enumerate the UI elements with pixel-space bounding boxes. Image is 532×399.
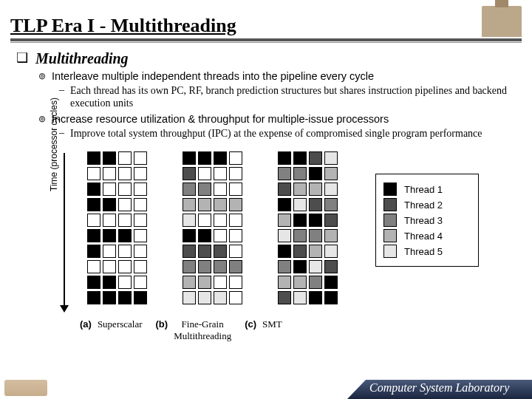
issue-slot [309,260,322,273]
issue-slot [324,151,338,165]
issue-slot [214,198,227,211]
legend-label: Thread 4 [404,231,443,242]
issue-slot [134,151,147,165]
caption-marker: (a) [80,318,92,330]
issue-slot [229,198,242,211]
issue-slot [309,276,322,289]
figure-captions: (a) Superscalar (b) Fine-Grain Multithre… [80,318,296,342]
issue-slot [198,229,211,242]
issue-slot [103,198,116,211]
issue-slot [87,291,100,304]
issue-slot [87,245,100,258]
caption-text: Superscalar [98,318,143,330]
issue-slot [309,245,322,258]
issue-slot [87,183,100,196]
issue-slot [324,276,338,289]
issue-slot [229,229,242,242]
issue-slot [309,167,322,180]
issue-slot [229,260,242,273]
issue-slot [229,276,242,289]
issue-slot [214,291,227,304]
issue-slot [198,183,211,196]
issue-slot [229,245,242,258]
issue-slot [278,260,291,273]
issue-slot [309,183,322,196]
issue-slot [198,260,211,273]
issue-slot [87,229,100,242]
grid-superscalar [87,151,147,307]
issue-slot [293,183,307,196]
issue-slot [134,276,147,289]
issue-slot [278,229,291,242]
issue-slot [118,260,132,273]
issue-slot [229,183,242,196]
issue-slot [87,198,100,211]
issue-slot [118,245,132,258]
issue-slot [87,260,100,273]
issue-slot [293,260,307,273]
issue-slot [293,198,307,211]
issue-slot [324,260,338,273]
issue-slot [134,167,147,180]
issue-slot [278,214,291,227]
issue-slot [87,151,100,165]
legend-swatch-icon [383,245,397,258]
dash-bullet-icon: – [59,127,64,140]
issue-slot [309,151,322,165]
issue-slot [324,291,338,304]
issue-slot [324,229,338,242]
multithreading-figure: Time (processor cycles) Thread 1 Thread … [16,147,516,348]
issue-slot [198,291,211,304]
dash-bullet-icon: – [59,84,64,110]
issue-slot [214,245,227,258]
legend-label: Thread 2 [404,200,443,211]
issue-slot [183,151,196,165]
issue-slot [198,214,211,227]
issue-slot [309,229,322,242]
caption-text: Fine-Grain [182,318,224,330]
issue-slot [293,229,307,242]
caption-marker: (b) [156,318,168,330]
building-icon [482,6,522,37]
issue-slot [118,183,132,196]
issue-slot [118,198,132,211]
issue-slot [229,151,242,165]
issue-slot [183,198,196,211]
issue-slot [293,291,307,304]
time-arrow-icon [64,153,65,308]
caption-text: Multithreading [174,330,231,342]
bullet-item: ⊚ Interleave multiple independent thread… [38,70,516,83]
issue-slot [134,198,147,211]
issue-slot [324,198,338,211]
issue-slot [183,260,196,273]
issue-slot [278,198,291,211]
section-heading: ❑ Multithreading [16,50,516,67]
issue-slot [103,214,116,227]
issue-slot [134,214,147,227]
bullet-text: Increase resource utilization & throughp… [52,113,389,126]
issue-slot [118,276,132,289]
issue-slot [293,167,307,180]
legend-label: Thread 5 [404,246,443,257]
legend-swatch-icon [383,183,397,196]
issue-slot [214,214,227,227]
issue-slot [87,214,100,227]
issue-slot [293,151,307,165]
issue-slot [134,183,147,196]
issue-slot [309,291,322,304]
bullet-item: ⊚ Increase resource utilization & throug… [38,113,516,126]
issue-slot [183,183,196,196]
y-axis-label: Time (processor cycles) [49,98,59,191]
issue-slot [278,151,291,165]
circled-bullet-icon: ⊚ [38,70,46,83]
issue-slot [118,167,132,180]
legend-label: Thread 3 [404,215,443,226]
legend-swatch-icon [383,198,397,211]
grid-smt [278,151,338,307]
issue-slot [118,214,132,227]
issue-slot [324,214,338,227]
issue-slot [324,183,338,196]
issue-slot [103,229,116,242]
issue-slot [278,276,291,289]
page-title: TLP Era I - Multithreading [10,15,482,37]
